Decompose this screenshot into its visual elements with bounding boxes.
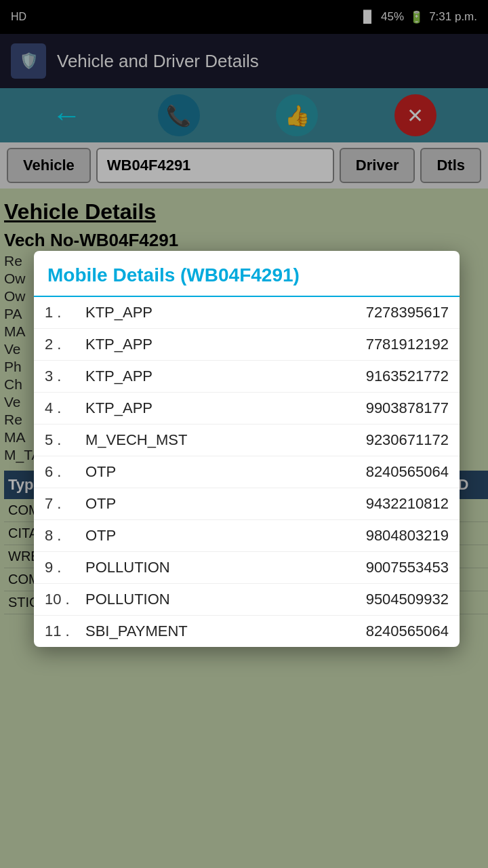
modal-row-9: 9 . POLLUTION 9007553453	[34, 552, 460, 584]
row-num-11: 11 .	[45, 623, 85, 640]
row-phone-1: 7278395617	[313, 304, 449, 321]
modal-row-1: 1 . KTP_APP 7278395617	[34, 297, 460, 329]
modal-row-10: 10 . POLLUTION 9504509932	[34, 584, 460, 616]
row-phone-9: 9007553453	[313, 559, 449, 576]
row-num-6: 6 .	[45, 463, 85, 481]
row-source-1: KTP_APP	[85, 304, 313, 321]
modal-title: Mobile Details (WB04F4291)	[34, 251, 460, 297]
modal-row-3: 3 . KTP_APP 9163521772	[34, 361, 460, 393]
row-phone-5: 9230671172	[313, 431, 449, 449]
row-num-3: 3 .	[45, 368, 85, 385]
row-source-4: KTP_APP	[85, 399, 313, 417]
row-source-5: M_VECH_MST	[85, 431, 313, 449]
row-num-9: 9 .	[45, 559, 85, 576]
row-source-6: OTP	[85, 463, 313, 481]
modal-row-11: 11 . SBI_PAYMENT 8240565064	[34, 616, 460, 647]
modal-table: 1 . KTP_APP 7278395617 2 . KTP_APP 77819…	[34, 297, 460, 647]
modal-row-4: 4 . KTP_APP 9903878177	[34, 393, 460, 425]
modal-row-8: 8 . OTP 9804803219	[34, 520, 460, 552]
row-num-1: 1 .	[45, 304, 85, 321]
row-phone-2: 7781912192	[313, 336, 449, 353]
row-num-5: 5 .	[45, 431, 85, 449]
row-num-2: 2 .	[45, 336, 85, 353]
row-source-2: KTP_APP	[85, 336, 313, 353]
row-source-3: KTP_APP	[85, 368, 313, 385]
modal-row-2: 2 . KTP_APP 7781912192	[34, 329, 460, 361]
row-source-7: OTP	[85, 495, 313, 513]
modal-row-6: 6 . OTP 8240565064	[34, 456, 460, 488]
modal-row-7: 7 . OTP 9432210812	[34, 488, 460, 520]
mobile-details-modal: Mobile Details (WB04F4291) 1 . KTP_APP 7…	[34, 251, 460, 647]
row-num-8: 8 .	[45, 527, 85, 545]
row-source-8: OTP	[85, 527, 313, 545]
row-num-10: 10 .	[45, 591, 85, 608]
row-source-9: POLLUTION	[85, 559, 313, 576]
row-phone-3: 9163521772	[313, 368, 449, 385]
row-num-7: 7 .	[45, 495, 85, 513]
row-phone-7: 9432210812	[313, 495, 449, 513]
row-source-11: SBI_PAYMENT	[85, 623, 313, 640]
row-phone-4: 9903878177	[313, 399, 449, 417]
row-phone-10: 9504509932	[313, 591, 449, 608]
modal-row-5: 5 . M_VECH_MST 9230671172	[34, 425, 460, 456]
row-phone-6: 8240565064	[313, 463, 449, 481]
row-num-4: 4 .	[45, 399, 85, 417]
row-phone-8: 9804803219	[313, 527, 449, 545]
row-phone-11: 8240565064	[313, 623, 449, 640]
row-source-10: POLLUTION	[85, 591, 313, 608]
